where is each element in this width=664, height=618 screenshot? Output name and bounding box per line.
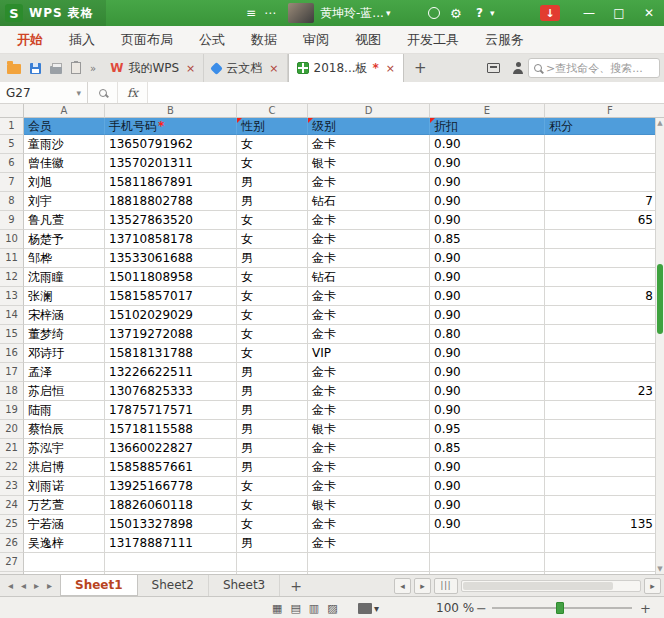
column-header-E[interactable]: E [430,104,545,118]
maximize-button[interactable]: □ [604,6,634,20]
cell-E7[interactable]: 0.90 [430,173,545,192]
cell-F27[interactable] [545,553,664,572]
cell-A15[interactable]: 董梦绮 [24,325,105,344]
cell-D21[interactable]: 金卡 [308,439,430,458]
tab-close-icon[interactable]: × [186,62,195,75]
cell-C24[interactable]: 女 [237,496,308,515]
view-mode-icon-0[interactable]: ▦ [272,602,282,615]
horizontal-scrollbar[interactable] [461,580,641,592]
cell-B16[interactable]: 15818131788 [105,344,237,363]
cell-A24[interactable]: 万艺萱 [24,496,105,515]
cell-E19[interactable]: 0.90 [430,401,545,420]
cell-B22[interactable]: 15858857661 [105,458,237,477]
name-box-dropdown-icon[interactable]: ▾ [76,88,81,98]
cell-C25[interactable]: 女 [237,515,308,534]
cell-D10[interactable]: 金卡 [308,230,430,249]
cell-B18[interactable]: 13076825333 [105,382,237,401]
column-header-F[interactable]: F [545,104,664,118]
cell-C22[interactable]: 男 [237,458,308,477]
cell-D26[interactable]: 金卡 [308,534,430,553]
cell-A10[interactable]: 杨楚予 [24,230,105,249]
header-cell-F1[interactable]: 积分 [545,118,664,135]
cell-C9[interactable]: 女 [237,211,308,230]
cell-E24[interactable]: 0.90 [430,496,545,515]
row-header-8[interactable]: 8 [0,192,24,211]
cell-A27[interactable] [24,553,105,572]
row-header-20[interactable]: 20 [0,420,24,439]
cell-E8[interactable]: 0.90 [430,192,545,211]
insert-function-button[interactable] [88,82,118,103]
cell-E18[interactable]: 0.90 [430,382,545,401]
menu-tab-数据[interactable]: 数据 [238,26,290,54]
formula-input[interactable] [148,82,664,103]
cell-C27[interactable] [237,553,308,572]
row-header-14[interactable]: 14 [0,306,24,325]
cell-A25[interactable]: 宁若涵 [24,515,105,534]
cell-F15[interactable] [545,325,664,344]
cell-F14[interactable] [545,306,664,325]
select-all-corner[interactable] [0,104,24,118]
clipboard-icon[interactable] [71,62,81,74]
command-search-box[interactable]: >查找命令、搜索... [528,58,660,78]
cell-A20[interactable]: 蔡怡辰 [24,420,105,439]
toolbar-more-icon[interactable]: » [90,63,94,74]
cell-E11[interactable]: 0.90 [430,249,545,268]
cell-F17[interactable] [545,363,664,382]
cell-C17[interactable]: 男 [237,363,308,382]
menu-tab-公式[interactable]: 公式 [186,26,238,54]
cell-C19[interactable]: 男 [237,401,308,420]
cell-E10[interactable]: 0.85 [430,230,545,249]
cell-D24[interactable]: 银卡 [308,496,430,515]
cell-B24[interactable]: 18826060118 [105,496,237,515]
column-header-D[interactable]: D [308,104,430,118]
cell-D17[interactable]: 金卡 [308,363,430,382]
tab-close-icon[interactable]: × [269,62,278,75]
cell-E9[interactable]: 0.90 [430,211,545,230]
cell-E5[interactable]: 0.90 [430,135,545,154]
row-header-6[interactable]: 6 [0,154,24,173]
view-mode-icon-3[interactable]: ▨ [327,602,337,615]
board-icon[interactable] [487,63,500,73]
vertical-scrollbar-thumb[interactable] [657,264,663,334]
cell-D16[interactable]: VIP [308,344,430,363]
print-icon[interactable] [50,66,62,74]
add-sheet-button[interactable]: + [280,578,312,594]
zoom-in-button[interactable]: + [640,597,651,618]
cell-F23[interactable] [545,477,664,496]
cell-D9[interactable]: 金卡 [308,211,430,230]
cell-C16[interactable]: 女 [237,344,308,363]
cell-F10[interactable] [545,230,664,249]
cell-B21[interactable]: 13660022827 [105,439,237,458]
menu-tab-开始[interactable]: 开始 [4,26,56,54]
gear-icon[interactable]: ⚙ [450,0,462,26]
cell-F9[interactable]: 65 [545,211,664,230]
cell-D8[interactable]: 钻石 [308,192,430,211]
row-header-17[interactable]: 17 [0,363,24,382]
menu-tab-审阅[interactable]: 审阅 [290,26,342,54]
hscroll-end-button[interactable]: ▸ [644,578,661,594]
row-header-15[interactable]: 15 [0,325,24,344]
cell-A11[interactable]: 邹桦 [24,249,105,268]
cell-A23[interactable]: 刘雨诺 [24,477,105,496]
cell-A7[interactable]: 刘旭 [24,173,105,192]
upgrade-icon[interactable]: ↓ [540,5,560,21]
cell-A22[interactable]: 洪启博 [24,458,105,477]
zoom-slider[interactable] [492,607,632,609]
cell-C7[interactable]: 男 [237,173,308,192]
row-header-18[interactable]: 18 [0,382,24,401]
cell-D23[interactable]: 金卡 [308,477,430,496]
cell-E17[interactable]: 0.90 [430,363,545,382]
cell-A13[interactable]: 张澜 [24,287,105,306]
cell-D25[interactable]: 金卡 [308,515,430,534]
cell-B5[interactable]: 13650791962 [105,135,237,154]
cell-B9[interactable]: 13527863520 [105,211,237,230]
cell-F8[interactable]: 7 [545,192,664,211]
cell-C11[interactable]: 男 [237,249,308,268]
zoom-out-button[interactable]: − [476,597,487,618]
menu-tab-开发工具[interactable]: 开发工具 [394,26,472,54]
cell-C18[interactable]: 男 [237,382,308,401]
cell-A18[interactable]: 苏启恒 [24,382,105,401]
fx-button[interactable]: fx [118,82,148,103]
cell-E25[interactable]: 0.90 [430,515,545,534]
help-dropdown-icon[interactable]: ▾ [490,0,495,26]
